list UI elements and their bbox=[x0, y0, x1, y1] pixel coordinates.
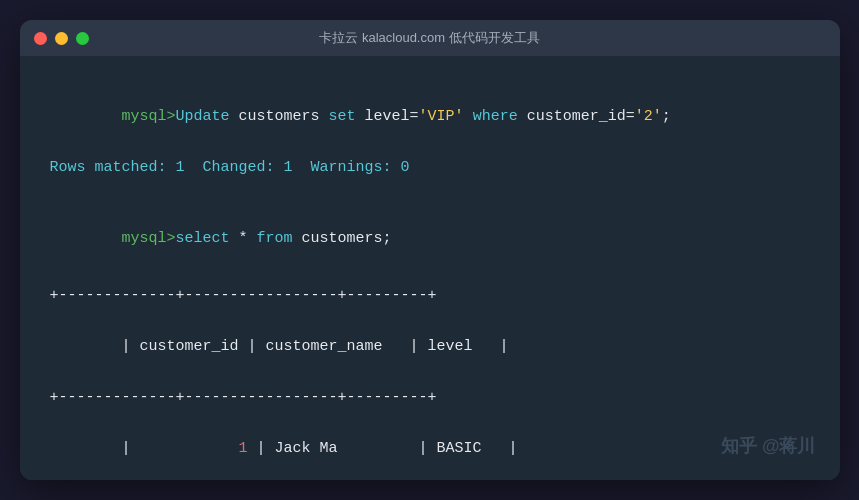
from-table: customers; bbox=[293, 230, 392, 247]
table-header-text: | customer_id | customer_name | level | bbox=[122, 338, 509, 355]
update-command-block: mysql>Update customers set level='VIP' w… bbox=[50, 78, 810, 180]
table-border-top: +-------------+-----------------+-------… bbox=[50, 283, 810, 309]
vip-value: 'VIP' bbox=[419, 108, 464, 125]
minimize-button[interactable] bbox=[55, 32, 68, 45]
update-keyword: Update bbox=[176, 108, 230, 125]
traffic-lights bbox=[34, 32, 89, 45]
where-keyword: where bbox=[473, 108, 518, 125]
update-result-line: Rows matched: 1 Changed: 1 Warnings: 0 bbox=[50, 155, 810, 181]
set-keyword: set bbox=[329, 108, 356, 125]
table-border-mid: +-------------+-----------------+-------… bbox=[50, 385, 810, 411]
result-table: +-------------+-----------------+-------… bbox=[50, 283, 810, 481]
titlebar-text: 卡拉云 kalacloud.com 低代码开发工具 bbox=[319, 29, 539, 47]
where-keyword-text bbox=[464, 108, 473, 125]
mysql-prompt-2: mysql> bbox=[122, 230, 176, 247]
from-keyword: from bbox=[257, 230, 293, 247]
row1-id: 1 bbox=[131, 440, 248, 457]
set-col: level= bbox=[356, 108, 419, 125]
select-command-line: mysql>select * from customers; bbox=[50, 200, 810, 277]
close-button[interactable] bbox=[34, 32, 47, 45]
select-keyword: select bbox=[176, 230, 230, 247]
row1-pipe1: | bbox=[122, 440, 131, 457]
terminal-body: mysql>Update customers set level='VIP' w… bbox=[20, 56, 840, 480]
table-header-row: | customer_id | customer_name | level | bbox=[50, 308, 810, 385]
table-row-1: | 1 | Jack Ma | BASIC | bbox=[50, 410, 810, 480]
update-command-line: mysql>Update customers set level='VIP' w… bbox=[50, 78, 810, 155]
where-col: customer_id= bbox=[518, 108, 635, 125]
id-value: '2' bbox=[635, 108, 662, 125]
row1-pipe2: | Jack Ma | BASIC | bbox=[248, 440, 518, 457]
select-command-block: mysql>select * from customers; bbox=[50, 200, 810, 277]
watermark: 知乎 @蒋川 bbox=[721, 431, 816, 462]
semicolon1: ; bbox=[662, 108, 671, 125]
update-table: customers bbox=[230, 108, 329, 125]
mysql-prompt-1: mysql> bbox=[122, 108, 176, 125]
select-star: * bbox=[230, 230, 257, 247]
titlebar: 卡拉云 kalacloud.com 低代码开发工具 bbox=[20, 20, 840, 56]
maximize-button[interactable] bbox=[76, 32, 89, 45]
terminal-window: 卡拉云 kalacloud.com 低代码开发工具 mysql>Update c… bbox=[20, 20, 840, 480]
